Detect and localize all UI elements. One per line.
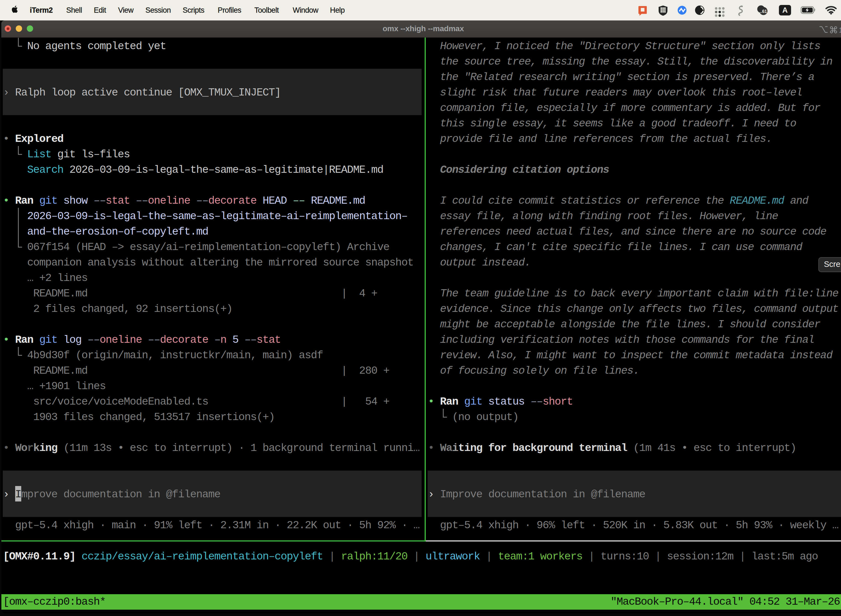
svg-text:1: 1 xyxy=(839,26,841,34)
svg-text:..61: ..61 xyxy=(760,9,767,14)
